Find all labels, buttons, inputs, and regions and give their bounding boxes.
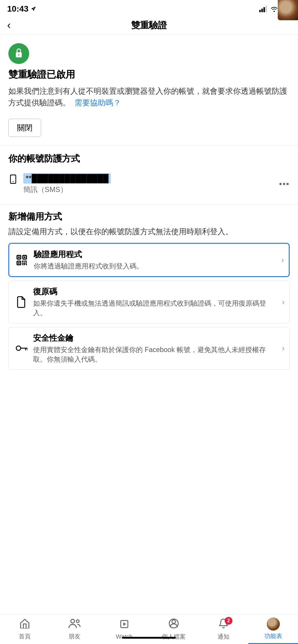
notification-badge: 2 <box>225 617 232 625</box>
status-bar: 10:43 <box>0 0 298 16</box>
svg-point-27 <box>172 620 176 623</box>
security-key-title: 安全性金鑰 <box>33 333 280 343</box>
security-key-option[interactable]: 安全性金鑰 使用實體安全性金鑰有助於保護你的 Facebook 帳號，避免其他人… <box>8 327 290 370</box>
authenticator-chevron: › <box>281 255 284 265</box>
signal-icon <box>259 6 267 12</box>
tab-friends-label: 朋友 <box>69 632 80 640</box>
svg-point-24 <box>76 620 79 622</box>
svg-marker-26 <box>123 622 126 626</box>
recovery-chevron: › <box>282 297 285 307</box>
svg-point-23 <box>71 619 74 623</box>
phone-type: 簡訊（SMS） <box>23 185 274 194</box>
lock-section: 雙重驗證已啟用 如果我們注意到有人從不明裝置或瀏覽器登入你的帳號，就會要求你透過… <box>8 43 290 109</box>
backup-title: 新增備用方式 <box>8 211 290 223</box>
tab-notifications-label: 通知 <box>218 633 229 641</box>
tab-friends[interactable]: 朋友 <box>50 615 100 644</box>
home-icon <box>19 618 30 631</box>
phone-info: **██████████████ 簡訊（SMS） <box>23 173 274 194</box>
home-indicator <box>122 637 176 642</box>
location-icon <box>30 6 36 12</box>
recovery-title: 復原碼 <box>33 286 280 297</box>
more-options-button[interactable]: ••• <box>279 179 290 189</box>
two-factor-title: 雙重驗證已啟用 <box>8 68 290 81</box>
page-title: 雙重驗證 <box>131 19 167 32</box>
authenticator-option[interactable]: 驗證應用程式 你將透過驗證應用程式收到登入碼。 › <box>8 243 290 277</box>
tab-home-label: 首頁 <box>19 632 31 640</box>
nav-bar: ‹ 雙重驗證 <box>0 16 298 35</box>
key-icon <box>13 340 29 356</box>
menu-avatar <box>267 618 280 631</box>
back-button[interactable]: ‹ <box>7 19 11 32</box>
protection-section: 你的帳號防護方式 **██████████████ 簡訊（SMS） ••• <box>8 146 290 204</box>
help-link[interactable]: 需要協助嗎？ <box>74 98 121 107</box>
authenticator-subtitle: 你將透過驗證應用程式收到登入碼。 <box>34 261 279 271</box>
svg-line-18 <box>26 264 27 265</box>
recovery-text: 復原碼 如果你遺失手機或無法透過簡訊或驗證應用程式收到驗證碼，可使用復原碼登入。 <box>33 286 280 318</box>
phone-icon <box>8 174 18 187</box>
backup-section: 新增備用方式 請設定備用方式，以便在你的帳號防護方式無法使用時順利登入。 <box>8 205 290 376</box>
svg-rect-10 <box>18 256 20 258</box>
desc-text: 如果我們注意到有人從不明裝置或瀏覽器登入你的帳號，就會要求你透過帳號防護方式提供… <box>8 87 287 107</box>
svg-point-19 <box>16 346 21 351</box>
backup-desc: 請設定備用方式，以便在你的帳號防護方式無法使用時順利登入。 <box>8 226 290 237</box>
phone-number: **██████████████ <box>23 173 111 184</box>
two-factor-desc: 如果我們注意到有人從不明裝置或瀏覽器登入你的帳號，就會要求你透過帳號防護方式提供… <box>8 85 290 109</box>
protection-title: 你的帳號防護方式 <box>8 153 290 165</box>
authenticator-text: 驗證應用程式 你將透過驗證應用程式收到登入碼。 <box>34 249 279 271</box>
profile-icon <box>168 618 179 631</box>
watch-icon <box>119 619 130 632</box>
svg-rect-12 <box>18 262 20 264</box>
turn-off-btn[interactable]: 關閉 <box>8 119 41 137</box>
status-time: 10:43 <box>7 4 36 14</box>
tab-notifications[interactable]: 2 通知 <box>199 615 249 644</box>
recovery-subtitle: 如果你遺失手機或無法透過簡訊或驗證應用程式收到驗證碼，可使用復原碼登入。 <box>33 298 280 318</box>
lock-icon <box>13 48 24 60</box>
lock-icon-circle <box>8 43 29 64</box>
tab-menu-label: 功能表 <box>264 632 282 640</box>
security-key-chevron: › <box>282 343 285 353</box>
security-key-text: 安全性金鑰 使用實體安全性金鑰有助於保護你的 Facebook 帳號，避免其他人… <box>33 333 280 364</box>
file-icon <box>13 294 29 310</box>
security-key-subtitle: 使用實體安全性金鑰有助於保護你的 Facebook 帳號，避免其他人未經授權存取… <box>33 345 280 364</box>
authenticator-title: 驗證應用程式 <box>34 249 279 260</box>
menu-icon <box>267 618 280 631</box>
friends-icon <box>68 618 81 631</box>
tab-home[interactable]: 首頁 <box>0 615 50 644</box>
recovery-option[interactable]: 復原碼 如果你遺失手機或無法透過簡訊或驗證應用程式收到驗證碼，可使用復原碼登入。… <box>8 281 290 323</box>
main-content: 雙重驗證已啟用 如果我們注意到有人從不明裝置或瀏覽器登入你的帳號，就會要求你透過… <box>0 35 298 415</box>
wifi-icon <box>270 6 278 12</box>
time-display: 10:43 <box>7 4 29 14</box>
svg-rect-11 <box>24 256 25 258</box>
qr-icon <box>14 252 30 268</box>
tab-menu[interactable]: 功能表 <box>248 615 298 644</box>
svg-point-5 <box>18 54 19 55</box>
phone-row: **██████████████ 簡訊（SMS） ••• <box>8 170 290 197</box>
